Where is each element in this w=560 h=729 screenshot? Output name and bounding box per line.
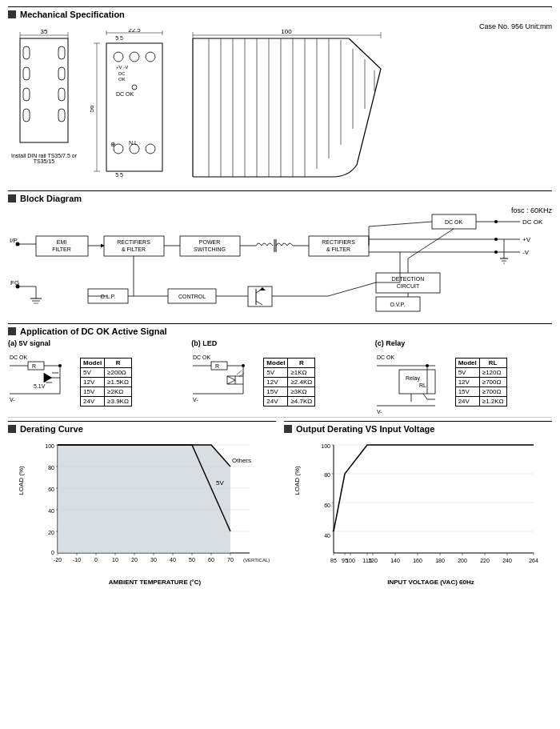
svg-text:56: 56 (90, 105, 95, 112)
derating-xlabel: AMBIENT TEMPERATURE (°C) (34, 579, 276, 586)
svg-line-129 (256, 301, 262, 305)
section-icon-derating (8, 425, 16, 433)
mechanical-content: Case No. 956 Unit:mm 35 (8, 22, 552, 190)
block-diagram-header: Block Diagram (8, 190, 552, 203)
signal-relay: (c) Relay DC OK Relay RL (375, 339, 552, 414)
svg-rect-6 (23, 67, 30, 80)
svg-line-132 (328, 282, 376, 296)
output-derating-svg: 100 80 60 40 85 (310, 437, 546, 577)
svg-text:+V: +V (522, 236, 531, 243)
svg-text:+V -V: +V -V (116, 65, 128, 70)
signal-5v: (a) 5V signal DC OK R (8, 339, 185, 414)
svg-text:FG: FG (10, 279, 19, 286)
heatsink-drawing: 100 (189, 29, 552, 186)
derating-chart-area: LOAD (%) 100 80 60 40 20 0 (8, 437, 276, 586)
svg-rect-4 (20, 38, 68, 142)
svg-text:CIRCUIT: CIRCUIT (397, 283, 420, 289)
svg-text:SWITCHING: SWITCHING (194, 246, 226, 252)
svg-text:120: 120 (368, 558, 378, 563)
section-icon-output (284, 425, 292, 433)
svg-text:V-: V- (10, 397, 15, 403)
svg-text:R: R (215, 363, 219, 369)
signal-led-table: ModelR 5V≥1KΩ 12V≥2.4KΩ 15V≥3KΩ 24V≥4.7K… (263, 358, 315, 407)
svg-text:240: 240 (502, 558, 512, 563)
svg-marker-130 (259, 287, 266, 290)
svg-point-25 (146, 52, 155, 62)
svg-text:100: 100 (281, 29, 292, 35)
signal-led: (b) LED DC OK R (191, 339, 368, 414)
output-derating-header: Output Derating VS Input Voltage (284, 421, 552, 434)
svg-text:264: 264 (529, 558, 538, 563)
output-derating-chart-area: LOAD (%) 100 80 60 40 (284, 437, 552, 586)
svg-text:160: 160 (413, 558, 422, 563)
section-icon-bd (8, 194, 16, 202)
svg-text:60: 60 (48, 487, 54, 492)
signal-led-label: (b) LED (191, 339, 368, 347)
svg-text:DC OK: DC OK (522, 218, 543, 226)
svg-text:DC OK: DC OK (193, 354, 211, 360)
svg-text:DC OK: DC OK (116, 91, 134, 97)
svg-text:RECTIFIERS: RECTIFIERS (322, 239, 355, 245)
svg-rect-170 (399, 370, 435, 394)
svg-point-23 (114, 52, 123, 62)
signal-led-svg: DC OK R (191, 350, 259, 414)
output-xlabel: INPUT VOLTAGE (VAC) 60Hz (310, 579, 552, 586)
dcok-section: Application of DC OK Active Signal (a) 5… (8, 323, 552, 418)
svg-text:DC: DC (118, 71, 126, 76)
svg-text:40: 40 (324, 533, 330, 539)
svg-text:O.V.P.: O.V.P. (390, 302, 405, 307)
derating-curve-section: Derating Curve LOAD (%) 100 80 60 40 (8, 421, 276, 586)
terminal-svg: 22.5 5 5 56 (90, 29, 178, 185)
svg-text:220: 220 (480, 558, 490, 563)
svg-text:85: 85 (330, 558, 337, 563)
svg-text:EMI: EMI (57, 239, 67, 245)
svg-text:(VERTICAL): (VERTICAL) (243, 558, 270, 563)
svg-rect-7 (23, 88, 30, 101)
signal-5v-label: (a) 5V signal (8, 339, 185, 347)
signal-relay-label: (c) Relay (375, 339, 552, 347)
signal-relay-table: ModelRL 5V≥120Ω 12V≥700Ω 15V≥700Ω 24V≥1.… (455, 358, 507, 407)
svg-text:35: 35 (41, 29, 48, 35)
derating-header: Derating Curve (8, 421, 276, 434)
signal-5v-svg: DC OK R (8, 350, 76, 414)
svg-marker-144 (44, 373, 52, 383)
mechanical-title: Mechanical Specification (20, 10, 125, 19)
block-diagram-title: Block Diagram (20, 194, 82, 203)
block-diagram-section: Block Diagram fosc : 60KHz I/P FG E (8, 190, 552, 320)
svg-text:140: 140 (390, 558, 400, 563)
derating-title: Derating Curve (20, 424, 83, 434)
svg-text:60: 60 (208, 557, 214, 563)
svg-rect-10 (58, 67, 65, 80)
svg-line-157 (227, 376, 235, 380)
svg-text:200: 200 (458, 558, 467, 563)
svg-text:V-: V- (193, 397, 198, 403)
svg-text:40: 40 (170, 557, 176, 563)
derating-svg: 100 80 60 40 20 0 (34, 437, 270, 577)
svg-text:20: 20 (131, 557, 138, 563)
signal-relay-content: DC OK Relay RL V- (375, 350, 552, 414)
svg-rect-5 (23, 46, 30, 59)
svg-text:-V: -V (522, 249, 530, 256)
svg-text:-10: -10 (73, 557, 81, 563)
svg-text:DC OK: DC OK (10, 354, 28, 360)
svg-rect-11 (58, 88, 65, 101)
mechanical-drawings: 35 Install DIN rail TS3 (8, 22, 552, 186)
svg-text:⊕: ⊕ (110, 141, 116, 148)
svg-rect-12 (58, 109, 65, 122)
svg-text:Relay: Relay (406, 375, 420, 382)
signal-relay-svg: DC OK Relay RL V- (375, 350, 451, 414)
svg-line-174 (423, 394, 427, 399)
svg-rect-9 (58, 46, 65, 59)
section-icon (8, 10, 16, 18)
signal-5v-table: ModelR 5V≥200Ω 12V≥1.5KΩ 15V≥2KΩ 24V≥3.9… (80, 358, 132, 407)
svg-point-33 (146, 144, 155, 154)
svg-point-29 (132, 85, 137, 90)
terminal-drawing: 22.5 5 5 56 (86, 29, 182, 185)
svg-text:RL: RL (419, 383, 426, 388)
block-diagram-content: fosc : 60KHz I/P FG EMI FILTER (8, 206, 552, 320)
svg-text:& FILTER: & FILTER (326, 246, 350, 252)
svg-marker-219 (58, 445, 230, 553)
signal-5v-content: DC OK R (8, 350, 185, 414)
svg-text:70: 70 (227, 557, 234, 563)
din-label: Install DIN rail TS35/7.5 or TS35/15 (8, 153, 80, 164)
